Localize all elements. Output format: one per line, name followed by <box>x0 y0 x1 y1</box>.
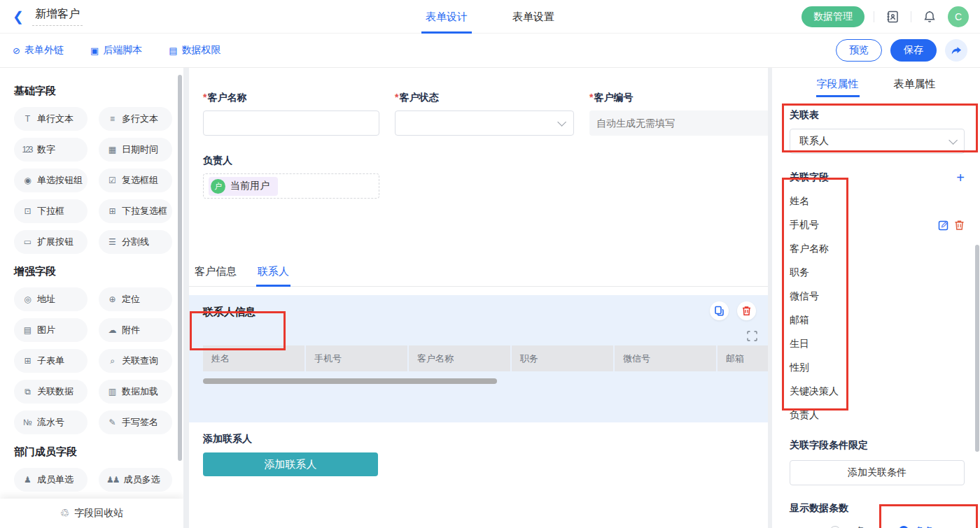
field-customer-status[interactable]: 客户状态 <box>395 92 574 136</box>
top-tab-表单设计[interactable]: 表单设计 <box>426 0 468 34</box>
top-bar: ❮ 新增客户 表单设计表单设置 数据管理 C <box>0 0 980 34</box>
top-tab-表单设置[interactable]: 表单设置 <box>512 0 554 34</box>
field-type-dropdown[interactable]: ⊡下拉框 <box>14 199 88 223</box>
canvas-tab-联系人[interactable]: 联系人 <box>258 265 289 286</box>
sidebar-section-title: 增强字段 <box>14 265 176 278</box>
delete-icon[interactable] <box>737 301 756 320</box>
customer-status-select[interactable] <box>395 110 574 136</box>
dropdown-multi-icon: ⊞ <box>106 206 117 216</box>
field-type-member-single[interactable]: ♟成员单选 <box>14 468 88 492</box>
toolbar-link-label: 数据权限 <box>182 44 221 57</box>
subform-icon: ⊞ <box>22 356 32 366</box>
user-avatar[interactable]: C <box>948 6 969 27</box>
field-type-label: 下拉框 <box>37 205 64 217</box>
customer-no-input[interactable] <box>589 110 768 136</box>
field-type-image[interactable]: ▤图片 <box>14 318 88 342</box>
subform-horizontal-scrollbar[interactable] <box>203 378 497 384</box>
related-field-item[interactable]: 关键决策人 <box>790 380 965 404</box>
notification-bell-icon[interactable] <box>920 8 939 26</box>
select-frame-icon[interactable] <box>747 331 757 341</box>
toolbar-right: 预览 保存 <box>836 39 967 62</box>
add-field-icon[interactable]: + <box>956 172 965 183</box>
radio-option-多条[interactable]: 多条 <box>898 525 934 528</box>
form-toolbar: ⊘表单外链▣后端脚本▤数据权限 预览 保存 <box>0 34 980 68</box>
field-type-attachment[interactable]: ☁附件 <box>99 318 172 342</box>
toolbar-link-data-permission[interactable]: ▤数据权限 <box>169 44 220 57</box>
serial-number-icon: № <box>22 418 32 427</box>
data-manage-button[interactable]: 数据管理 <box>802 6 864 27</box>
copy-icon[interactable] <box>710 301 729 320</box>
field-type-data-load[interactable]: ▥数据加载 <box>99 380 172 404</box>
extend-button-icon: ▭ <box>22 237 32 247</box>
field-recycle-bin[interactable]: ♲ 字段回收站 <box>0 499 183 528</box>
related-field-item[interactable]: 手机号 <box>790 213 965 237</box>
delete-icon[interactable] <box>954 220 965 231</box>
field-type-dropdown-multi[interactable]: ⊞下拉复选框 <box>99 199 172 223</box>
field-type-related-data[interactable]: ⧉关联数据 <box>14 380 88 404</box>
back-icon[interactable]: ❮ <box>13 8 24 24</box>
related-field-item[interactable]: 微信号 <box>790 285 965 308</box>
share-button[interactable] <box>945 39 967 62</box>
related-field-item[interactable]: 姓名 <box>790 190 965 213</box>
field-type-single-line-text[interactable]: T单行文本 <box>14 107 88 131</box>
related-field-item[interactable]: 邮箱 <box>790 308 965 332</box>
field-customer-no[interactable]: 客户编号 <box>589 92 768 136</box>
field-type-related-query[interactable]: ⌕关联查询 <box>99 349 172 373</box>
sidebar-scrollbar[interactable] <box>178 75 182 461</box>
radio-option-一条[interactable]: 一条 <box>830 525 865 528</box>
related-table-select[interactable]: 联系人 <box>790 129 965 154</box>
field-type-label: 关联查询 <box>122 355 158 367</box>
subform-column-header: 手机号 <box>306 345 407 371</box>
add-condition-button[interactable]: 添加关联条件 <box>790 460 965 485</box>
related-field-name: 生日 <box>790 338 809 350</box>
field-type-divider-line[interactable]: ☰分割线 <box>99 230 172 254</box>
panel-scrollbar[interactable] <box>975 245 979 452</box>
related-field-item[interactable]: 性别 <box>790 356 965 380</box>
field-type-datetime[interactable]: ▦日期时间 <box>99 138 172 162</box>
field-type-subform[interactable]: ⊞子表单 <box>14 349 88 373</box>
related-field-item[interactable]: 客户名称 <box>790 237 965 261</box>
field-type-serial-number[interactable]: №流水号 <box>14 411 88 434</box>
related-field-name: 手机号 <box>790 219 819 231</box>
owner-value-box[interactable]: 户 当前用户 <box>203 173 379 199</box>
address-icon: ◎ <box>22 294 32 304</box>
panel-tab-字段属性[interactable]: 字段属性 <box>817 78 859 97</box>
field-type-label: 多行文本 <box>122 113 158 125</box>
field-type-radio-group[interactable]: ◉单选按钮组 <box>14 169 88 192</box>
add-contact-label: 添加联系人 <box>203 433 768 445</box>
field-owner[interactable]: 负责人 户 当前用户 <box>203 155 768 199</box>
edit-icon[interactable] <box>938 220 949 231</box>
related-field-item[interactable]: 职务 <box>790 261 965 285</box>
field-type-multi-line-text[interactable]: ≡多行文本 <box>99 107 172 131</box>
related-field-name: 微信号 <box>790 290 819 303</box>
related-field-item[interactable]: 生日 <box>790 332 965 356</box>
field-type-signature[interactable]: ✎手写签名 <box>99 411 172 434</box>
field-customer-name[interactable]: 客户名称 <box>203 92 379 136</box>
page-title[interactable]: 新增客户 <box>32 7 83 26</box>
toolbar-link-external-link[interactable]: ⊘表单外链 <box>13 44 64 57</box>
image-icon: ▤ <box>22 325 32 335</box>
field-type-label: 扩展按钮 <box>37 236 74 248</box>
contact-subform-panel[interactable]: 联系人信息 姓名手机号客户名称职务微信号邮箱 <box>189 295 768 422</box>
panel-tab-表单属性[interactable]: 表单属性 <box>894 78 936 97</box>
field-type-member-multi[interactable]: ♟♟成员多选 <box>99 468 172 492</box>
preview-button[interactable]: 预览 <box>836 39 882 62</box>
save-button[interactable]: 保存 <box>890 39 937 62</box>
current-user-tag[interactable]: 户 当前用户 <box>209 177 278 196</box>
related-field-item[interactable]: 负责人 <box>790 404 965 427</box>
add-contact-button[interactable]: 添加联系人 <box>203 452 378 476</box>
divider-line-icon: ☰ <box>106 237 117 247</box>
canvas-tab-客户信息[interactable]: 客户信息 <box>195 265 237 286</box>
field-type-location[interactable]: ⊕定位 <box>99 287 172 311</box>
toolbar-link-backend-script[interactable]: ▣后端脚本 <box>90 44 142 57</box>
attachment-icon: ☁ <box>106 325 117 335</box>
field-type-address[interactable]: ◎地址 <box>14 287 88 311</box>
single-line-text-icon: T <box>22 114 32 124</box>
field-type-number[interactable]: 123数字 <box>14 138 88 162</box>
field-type-extend-button[interactable]: ▭扩展按钮 <box>14 230 88 254</box>
field-type-checkbox-group[interactable]: ☑复选框组 <box>99 169 172 192</box>
field-type-label: 流水号 <box>37 416 64 429</box>
contact-book-icon[interactable] <box>883 8 902 26</box>
radio-group-icon: ◉ <box>22 176 32 185</box>
customer-name-input[interactable] <box>203 110 379 136</box>
